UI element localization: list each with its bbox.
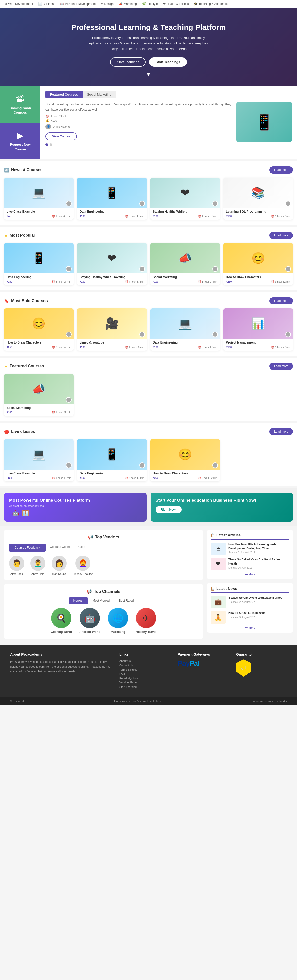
course-card[interactable]: 📣 Social Marketing ₹100 ⏰ 1 hour 27 min <box>4 374 73 416</box>
tab-social-marketing[interactable]: Social Marketing <box>83 91 116 98</box>
course-card[interactable]: 💻 Live Class Example Free ⏰ 1 hour 45 mi… <box>4 439 73 481</box>
news-item-2[interactable]: 🧘 How To Stress Less in 2019 Tuesday 04 … <box>211 611 289 624</box>
course-duration: ⏰ 4 hour 57 min <box>198 215 217 218</box>
course-card[interactable]: 📱 Data Engineering ₹100 ⏰ 3 hour 17 min <box>77 178 147 220</box>
nav-icon: 🌿 <box>142 2 146 6</box>
news2-thumb: 🧘 <box>211 611 226 624</box>
course-title: Social Marketing <box>6 406 71 410</box>
news-title: 📋 Latest News <box>211 587 289 593</box>
course-card[interactable]: 📣 Social Marketing ₹100 ⏰ 1 hour 27 min <box>150 243 220 285</box>
channel-item-cooking-world[interactable]: 🍳 Cooking world <box>51 608 72 634</box>
course-card[interactable]: 📱 Data Engineering ₹100 ⏰ 3 hour 17 min <box>4 243 73 285</box>
latest-news-box: 📋 Latest News 💼 4 Ways We Can Avoid Work… <box>207 583 293 633</box>
course-card[interactable]: 😊 How to Draw Characters ₹250 ⏰ 9 hour 5… <box>4 309 73 351</box>
channel-item-android-world[interactable]: 🤖 Android World <box>79 608 101 634</box>
article-item-1[interactable]: 🖥 How One Mom Fits In Learning Web Devel… <box>211 542 289 555</box>
live-load-more-button[interactable]: Load more <box>270 428 293 435</box>
view-course-button[interactable]: View Course <box>45 132 77 140</box>
course-card[interactable]: 🎥 vimeo & youtube ₹100 ⏰ 1 hour 30 min <box>77 309 147 351</box>
vendor-avatar: 👩‍🦰 <box>75 556 91 571</box>
channel-tab-best-rated[interactable]: Best Rated <box>114 597 138 604</box>
course-duration: ⏰ 1 hour 27 min <box>271 215 291 218</box>
right-now-button[interactable]: Right Now! <box>156 506 182 513</box>
banner-teal: Start your Online education Business Rig… <box>151 493 293 522</box>
course-price: ₹100 <box>153 280 159 283</box>
course-card[interactable]: ❤ Staying Healthy While Traveling ₹100 ⏰… <box>77 243 147 285</box>
nav-item[interactable]: 🌿Lifestyle <box>142 2 158 6</box>
footer-link-vendors-panel[interactable]: Vendors Panel <box>119 681 170 684</box>
course-title: vimeo & youtube <box>80 341 144 344</box>
course-card[interactable]: 💻 Live Class Example Free ⏰ 1 hour 45 mi… <box>4 178 73 220</box>
course-card[interactable]: 📱 Data Engineering ₹100 ⏰ 3 hour 17 min <box>77 439 147 481</box>
nav-item[interactable]: 🎓Teaching & Academics <box>194 2 229 6</box>
vendor-item[interactable]: 👨 Alex Cook <box>9 556 24 575</box>
course-card[interactable]: ❤ Staying Healthy While... ₹100 ⏰ 4 hour… <box>150 178 220 220</box>
course-thumbnail: 📚 <box>224 178 293 208</box>
start-learnings-button[interactable]: Start Learnings <box>110 57 145 67</box>
scroll-down-arrow[interactable]: ▼ <box>146 72 151 78</box>
course-card[interactable]: 😊 How to Draw Characters ₹250 ⏰ 9 hour 5… <box>224 243 293 285</box>
coming-soon-label: Coming Soon Courses <box>4 106 37 115</box>
footer-link-faq[interactable]: FAQ <box>119 672 170 675</box>
tab-featured-courses[interactable]: Featured Courses <box>45 91 83 98</box>
footer-link-knowledgebase[interactable]: Knowledgebase <box>119 677 170 680</box>
carousel-dot-2[interactable] <box>50 143 52 146</box>
nav-item[interactable]: 📣Marketing <box>119 2 137 6</box>
article-item-2[interactable]: ❤ These So-Called Vices Are Good for You… <box>211 558 289 570</box>
newest-load-more-button[interactable]: Load more <box>270 167 293 173</box>
nav-item[interactable]: ✂Design <box>101 2 114 6</box>
start-teachings-button[interactable]: Start Teachings <box>149 57 187 67</box>
course-title: Data Engineering <box>80 472 144 475</box>
vendor-name: Alex Cook <box>9 572 24 575</box>
instructor-avatar <box>285 332 291 337</box>
course-title: Data Engineering <box>6 275 71 279</box>
request-course-card[interactable]: ▶ Request New Course <box>0 123 40 159</box>
vendor-item[interactable]: 👨‍🦱 Andy Field <box>30 556 45 575</box>
news2-date: Tuesday 04 August 2020 <box>228 616 265 619</box>
course-price: ₹250 <box>226 280 232 283</box>
nav-item[interactable]: 📊Business <box>38 2 55 6</box>
carousel-dot-1[interactable] <box>45 143 48 146</box>
course-title: Social Marketing <box>153 275 217 279</box>
live-icon: 🔴 <box>4 430 9 434</box>
footer-link-contact-us[interactable]: Contact Us <box>119 664 170 667</box>
vendor-item[interactable]: 👩‍🦰 Lindsey Thaxton <box>73 556 93 575</box>
nav-label: Business <box>43 2 55 6</box>
newest-courses-title: 🆕 Newest Courses <box>4 168 43 172</box>
live-classes-section: 🔴 Live classes Load more 💻 Live Class Ex… <box>0 423 297 487</box>
nav-item[interactable]: ❤Health & Fitness <box>163 2 189 6</box>
nav-item[interactable]: 📖Personal Development <box>60 2 96 6</box>
channel-icon: 🌐 <box>108 608 128 628</box>
course-card[interactable]: 💻 Data Engineering ₹100 ⏰ 3 hour 17 min <box>150 309 220 351</box>
popular-load-more-button[interactable]: Load more <box>270 232 293 239</box>
course-price: ₹100 <box>153 215 159 218</box>
course-thumbnail: 📊 <box>224 309 293 339</box>
sold-load-more-button[interactable]: Load more <box>270 297 293 304</box>
articles-more-link[interactable]: ••• More <box>211 573 289 576</box>
footer-about: About Proacademy Pro Academy is very pro… <box>10 652 112 689</box>
news2-title: How To Stress Less in 2019 <box>228 611 265 615</box>
channel-item-marketing[interactable]: 🌐 Marketing <box>108 608 128 634</box>
news-item-1[interactable]: 💼 4 Ways We Can Avoid Workplace Burnout … <box>211 596 289 608</box>
course-title: Staying Healthy While... <box>153 210 217 213</box>
channel-tab-most-viewed[interactable]: Most Viewed <box>88 597 114 604</box>
channel-tab-newest[interactable]: Newest <box>69 597 88 604</box>
vendor-avatar: 👨 <box>9 556 24 571</box>
channel-item-healthy-travel[interactable]: ✈ Healthy Travel <box>136 608 156 634</box>
nav-item[interactable]: 🖥Web Development <box>4 2 33 6</box>
news-more-link[interactable]: ••• More <box>211 626 289 629</box>
credit-text: Icons from freepik & Icons from flaticon <box>114 700 162 703</box>
vendors-section: 📢 Top Vendors Courses Feedback Courses C… <box>4 530 203 581</box>
coming-soon-card[interactable]: 📽 Coming Soon Courses <box>0 86 40 123</box>
footer-link-terms-&-rules[interactable]: Terms & Rules <box>119 668 170 671</box>
course-duration: ⏰ 4 hour 57 min <box>125 280 144 283</box>
vendor-item[interactable]: 👩 Mari Kaupa <box>51 556 67 575</box>
most-sold-section: 🔖 Most Sold Courses Load more 😊 How to D… <box>0 292 297 356</box>
course-card[interactable]: 📊 Project Management ₹100 ⏰ 1 hour 27 mi… <box>224 309 293 351</box>
footer-link-about-us[interactable]: About Us <box>119 659 170 662</box>
courses-feedback-button[interactable]: Courses Feedback <box>9 544 46 552</box>
course-card[interactable]: 😊 How to Draw Characters ₹250 ⏰ 9 hour 5… <box>150 439 220 481</box>
featured-load-more-button[interactable]: Load more <box>270 363 293 370</box>
footer-link-start-learning[interactable]: Start Learning <box>119 685 170 688</box>
course-card[interactable]: 📚 Learning SQL Programming ₹100 ⏰ 1 hour… <box>224 178 293 220</box>
